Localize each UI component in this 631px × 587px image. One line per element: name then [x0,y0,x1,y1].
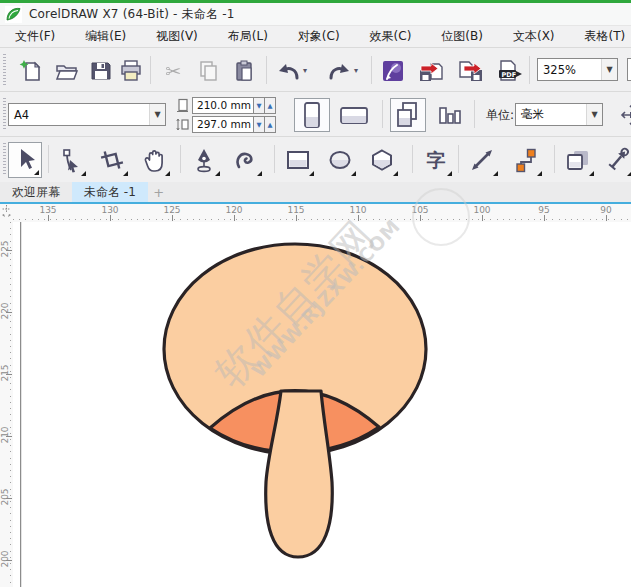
redo-button[interactable] [324,56,354,86]
ruler-major-tick [606,215,607,221]
page-preset-combobox[interactable]: A4 ▼ [8,103,166,126]
undo-button[interactable] [274,56,304,86]
pen-tool[interactable] [186,142,222,178]
page-height-field[interactable]: 297.0 mm [192,116,254,133]
all-pages-button[interactable] [390,98,426,132]
connector-tool[interactable] [508,142,544,178]
tab-welcome-screen[interactable]: 欢迎屏幕 [0,182,72,202]
copy-button[interactable] [193,56,223,86]
new-document-icon [18,58,44,84]
paste-button[interactable] [230,56,260,86]
menu-item[interactable]: 表格(T) [570,26,631,47]
text-tool[interactable]: 字 [418,142,454,178]
cut-button[interactable]: ✂ [158,56,188,86]
copy-icon [195,58,221,84]
ruler-origin-icon [0,204,13,222]
ruler-major-tick [234,215,235,221]
undo-arrow-icon [276,58,302,84]
flyout-indicator [309,171,314,176]
toolbar-grip[interactable] [3,54,6,85]
drawing-canvas[interactable] [13,222,631,587]
menu-item[interactable]: 位图(B) [426,26,498,47]
rectangle-tool[interactable] [280,142,316,178]
landscape-button[interactable] [336,98,372,132]
clipped-toolbar-control[interactable] [627,58,631,81]
toolbox-bar: 字 [0,136,631,182]
shape-tool-icon [57,146,83,174]
landscape-icon [339,103,369,127]
flyout-indicator [537,171,542,176]
text-tool-icon: 字 [427,151,446,170]
tab-untitled-1[interactable]: 未命名 -1 [72,182,148,202]
menu-item[interactable]: 视图(V) [141,26,213,47]
menu-item[interactable]: 文件(F) [0,26,70,47]
window-title: CorelDRAW X7 (64-Bit) - 未命名 -1 [29,6,235,23]
page-height-spin-up[interactable]: ▲ [265,116,276,133]
export-button[interactable] [456,56,486,86]
zoom-level-combobox[interactable]: 325% ▼ [537,58,618,81]
new-tab-button[interactable]: + [148,182,170,202]
undo-dropdown-caret[interactable]: ▾ [303,66,307,75]
ruler-major-tick [110,215,111,221]
application-launcher-button[interactable] [378,56,408,86]
crop-tool[interactable] [94,142,130,178]
import-button[interactable] [416,56,446,86]
ruler-number: 135 [35,205,61,215]
shape-tool[interactable] [52,142,88,178]
ruler-number: 100 [469,205,495,215]
toolbox-grip[interactable] [3,143,6,176]
redo-dropdown-caret[interactable]: ▾ [354,66,358,75]
page-width-field[interactable]: 210.0 mm [192,97,254,114]
current-page-button[interactable] [432,98,468,132]
nudge-offset-button[interactable] [618,98,631,132]
pan-tool[interactable] [136,142,172,178]
current-page-icon [437,102,463,128]
units-combobox[interactable]: 毫米 ▼ [515,103,603,126]
crop-tool-icon [99,147,125,173]
menu-item[interactable]: 文本(X) [498,26,570,47]
flyout-indicator [493,171,498,176]
ruler-origin-corner[interactable] [0,204,13,222]
page-width-spin-down[interactable]: ▼ [254,97,265,114]
publish-pdf-button[interactable]: PDF [495,56,525,86]
dimension-tool[interactable] [464,142,500,178]
horizontal-ruler[interactable]: 1351301251201151101051009590 [13,204,631,222]
portrait-button[interactable] [294,98,330,132]
ruler-major-tick [420,215,421,221]
new-document-button[interactable] [16,56,46,86]
open-button[interactable] [52,56,82,86]
pick-tool[interactable] [8,142,42,178]
toolbox-separator [180,145,181,173]
ruler-number: 95 [531,205,557,215]
ruler-number: 105 [407,205,433,215]
print-button[interactable] [116,56,146,86]
polygon-tool[interactable] [364,142,400,178]
menu-item[interactable]: 对象(C) [283,26,355,47]
units-label: 单位: [486,107,514,124]
flyout-indicator [393,171,398,176]
save-button[interactable] [86,56,116,86]
b-spline-tool[interactable] [228,142,264,178]
menu-item[interactable]: 效果(C) [355,26,427,47]
vertical-ruler[interactable]: 225220215210205200 [0,222,13,587]
property-bar-grip[interactable] [3,98,6,130]
menu-item[interactable]: 编辑(E) [70,26,141,47]
cut-scissors-icon: ✂ [165,60,181,82]
paste-clipboard-icon [232,58,258,84]
page-height-spin-down[interactable]: ▼ [254,116,265,133]
page-width-spin-up[interactable]: ▲ [265,97,276,114]
drop-shadow-tool[interactable] [560,142,596,178]
ruler-major-tick [6,498,12,499]
property-separator [382,100,383,128]
ellipse-tool[interactable] [322,142,358,178]
flyout-indicator [447,171,452,176]
page-width-icon [176,98,189,113]
ruler-major-tick [6,374,12,375]
flyout-indicator [257,171,262,176]
units-caret-icon: ▼ [586,104,602,125]
property-separator [474,100,475,128]
color-eyedropper-tool[interactable] [602,142,631,178]
rectangle-tool-icon [284,147,312,173]
menu-item[interactable]: 布局(L) [213,26,283,47]
ruler-number: 220 [0,298,10,324]
